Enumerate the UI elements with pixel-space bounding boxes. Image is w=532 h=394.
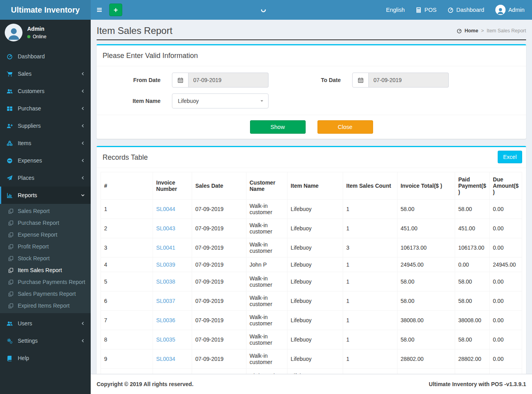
due-amount-cell: 0.00 <box>489 291 522 311</box>
paid-payment-cell: 58.00 <box>455 291 489 311</box>
to-date-calendar-button[interactable] <box>352 73 369 88</box>
records-table-container: #Invoice NumberSales DateCustomer NameIt… <box>97 168 526 374</box>
content-header: Item Sales Report Home > Item Sales Repo… <box>97 22 526 40</box>
submenu-item[interactable]: Expired Items Report <box>0 300 91 312</box>
invoice-link[interactable]: SL0043 <box>156 225 175 232</box>
customer-name-cell: Walk-in customer <box>246 311 287 330</box>
item-name-select[interactable]: Lifebuoy <box>172 93 269 108</box>
show-button[interactable]: Show <box>250 120 306 134</box>
customer-name-cell: Walk-in customer <box>246 349 287 369</box>
invoice-link[interactable]: SL0041 <box>156 245 175 251</box>
to-date-input[interactable] <box>369 73 449 88</box>
invoice-link[interactable]: SL0035 <box>156 336 175 343</box>
chevron-left-icon <box>81 176 85 180</box>
copyright-text: Copyright © 2019 All rights reserved. <box>97 381 194 387</box>
sidebar-item[interactable]: Help <box>0 349 91 367</box>
chevron-left-icon <box>81 72 85 76</box>
paid-payment-cell: 451.00 <box>455 219 489 238</box>
users-icon <box>6 321 13 327</box>
invoice-link[interactable]: SL0037 <box>156 298 175 304</box>
sidebar-item[interactable]: Users <box>0 315 91 332</box>
submenu-item[interactable]: Sales Report <box>0 205 91 217</box>
submenu-item[interactable]: Profit Report <box>0 241 91 252</box>
online-status-label: Online <box>33 34 47 39</box>
sidebar-item[interactable]: Customers <box>0 82 91 100</box>
from-date-calendar-button[interactable] <box>172 73 189 88</box>
sidebar-item[interactable]: Purchase <box>0 100 91 117</box>
submenu-item[interactable]: Stock Report <box>0 252 91 264</box>
calendar-icon <box>358 77 364 83</box>
invoice-link[interactable]: SL0036 <box>156 317 175 323</box>
sales-date-cell: 07-09-2019 <box>192 311 246 330</box>
item-sales-count-cell: 1 <box>343 272 398 291</box>
reports-submenu: Sales Report Purchase Report Expense Rep… <box>0 204 91 313</box>
person-icon <box>6 26 21 41</box>
invoice-link[interactable]: SL0044 <box>156 206 175 212</box>
invoice-link[interactable]: SL0038 <box>156 278 175 285</box>
copy-icon <box>8 232 14 237</box>
column-header: Item Name <box>287 172 343 200</box>
customer-name-cell: John P <box>246 258 287 272</box>
sidebar-toggle-button[interactable] <box>91 0 108 20</box>
pos-link[interactable]: POS <box>410 0 442 20</box>
invoice-total-cell: 22140.00 <box>397 369 455 374</box>
due-amount-cell: 0.00 <box>489 349 522 369</box>
submenu-item[interactable]: Sales Payments Report <box>0 288 91 300</box>
bar-chart-icon <box>6 192 13 198</box>
sidebar-item[interactable]: Settings <box>0 332 91 349</box>
sidebar-item[interactable]: Items <box>0 134 91 152</box>
invoice-total-cell: 451.00 <box>397 219 455 238</box>
invoice-total-cell: 38008.00 <box>397 311 455 330</box>
from-date-label: From Date <box>101 77 161 83</box>
submenu-item[interactable]: Item Sales Report <box>0 264 91 276</box>
sidebar-item[interactable]: Expenses <box>0 152 91 169</box>
breadcrumb-home-link[interactable]: Home <box>465 28 478 34</box>
customer-name-cell: Walk-in customer <box>246 272 287 291</box>
table-row: 5 SL0038 07-09-2019 Walk-in customer Lif… <box>101 272 522 291</box>
sidebar-item-label: Users <box>18 319 32 327</box>
brand[interactable]: Ultimate Inventory <box>0 0 91 20</box>
customer-name-cell: Chris Moris <box>246 369 287 374</box>
filter-actions: Show Close <box>97 115 526 139</box>
excel-export-button[interactable]: Excel <box>498 151 522 163</box>
user-menu[interactable]: Admin <box>490 0 530 20</box>
tachometer-icon <box>448 7 454 13</box>
sales-date-cell: 07-09-2019 <box>192 258 246 272</box>
submenu-item[interactable]: Purchase Report <box>0 217 91 229</box>
submenu-item-label: Purchase Payments Report <box>18 278 85 286</box>
item-name-cell: Lifebuoy <box>287 311 343 330</box>
due-amount-cell: 0.00 <box>489 272 522 291</box>
chevron-left-icon <box>81 321 85 325</box>
submenu-item[interactable]: Purchase Payments Report <box>0 276 91 288</box>
invoice-link[interactable]: SL0034 <box>156 356 175 362</box>
language-menu[interactable]: English <box>381 0 411 20</box>
add-button[interactable] <box>109 4 122 16</box>
sidebar-item[interactable]: Suppliers <box>0 117 91 134</box>
sidebar-item[interactable]: Dashboard <box>0 48 91 65</box>
item-name-cell: Lifebuoy <box>287 291 343 311</box>
close-button[interactable]: Close <box>317 120 373 134</box>
table-row: 2 SL0043 07-09-2019 Walk-in customer Lif… <box>101 219 522 238</box>
submenu-item-label: Sales Report <box>18 207 50 215</box>
submenu-item[interactable]: Expense Report <box>0 229 91 241</box>
column-header: Due Amount($ ) <box>489 172 522 200</box>
sidebar-item[interactable]: Places <box>0 169 91 187</box>
from-date-input[interactable] <box>189 73 269 88</box>
filter-panel: Please Enter Valid Information From Date… <box>97 44 526 139</box>
row-index: 9 <box>101 349 153 369</box>
invoice-link[interactable]: SL0039 <box>156 261 175 268</box>
sidebar-item[interactable]: Reports <box>0 187 91 204</box>
due-amount-cell: 0.00 <box>489 311 522 330</box>
invoice-total-cell: 58.00 <box>397 330 455 349</box>
sales-date-cell: 07-09-2019 <box>192 349 246 369</box>
page-footer: Copyright © 2019 All rights reserved. Ul… <box>91 374 532 394</box>
chevron-left-icon <box>81 89 85 93</box>
invoice-total-cell: 58.00 <box>397 200 455 219</box>
paid-payment-cell: 0.00 <box>455 258 489 272</box>
caret-down-icon <box>259 99 264 103</box>
sales-date-cell: 07-09-2019 <box>192 219 246 238</box>
dashboard-link[interactable]: Dashboard <box>442 0 490 20</box>
due-amount-cell: 0.00 <box>489 238 522 258</box>
sidebar-item[interactable]: Sales <box>0 65 91 82</box>
user-label: Admin <box>508 7 525 13</box>
